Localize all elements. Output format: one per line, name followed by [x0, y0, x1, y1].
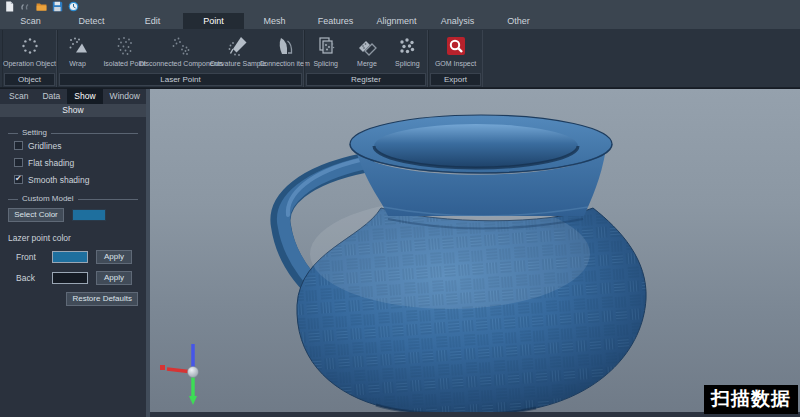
menu-item-mesh[interactable]: Mesh [244, 13, 305, 29]
isolated-point-icon [114, 33, 136, 59]
gridlines-checkbox-row[interactable]: Gridlines [14, 140, 138, 151]
main-area: Scan Data Show Window Show Setting Gridl… [0, 88, 800, 417]
pottery-scan-model [150, 89, 800, 417]
save-icon[interactable] [52, 1, 63, 12]
smooth-shading-checkbox[interactable] [14, 175, 23, 184]
menu-item-analysis[interactable]: Analysis [427, 13, 488, 29]
select-color-button[interactable]: Select Color [8, 208, 64, 222]
connection-item-button[interactable]: Connection item [266, 30, 303, 72]
toolbar-group-label: Register [306, 73, 426, 86]
lazer-point-color-label: Lazer point color [8, 233, 71, 243]
setting-group: Setting Gridlines Flat shading Smooth sh… [8, 133, 138, 185]
viewport-bottom-strip [150, 412, 800, 417]
gom-inspect-icon [445, 33, 467, 59]
pot-rim [350, 115, 612, 173]
splicing-button[interactable]: Splicing [305, 30, 346, 72]
scan-data-caption: 扫描数据 [704, 385, 798, 414]
menu-item-alignment[interactable]: Alignment [366, 13, 427, 29]
custom-model-group: Custom Model Select Color [8, 199, 138, 222]
menu-item-scan[interactable]: Scan [0, 13, 61, 29]
curvature-sample-icon [227, 33, 249, 59]
menu-item-detect[interactable]: Detect [61, 13, 122, 29]
menu-item-other[interactable]: Other [488, 13, 549, 29]
smooth-shading-checkbox-row[interactable]: Smooth shading [14, 174, 138, 185]
splicing-points-icon [396, 33, 418, 59]
ribbon-toolbar: Operation Object Object Wrap Isolated Po… [0, 29, 800, 88]
disconnected-components-button[interactable]: Disconnected Components [152, 30, 210, 72]
menu-item-features[interactable]: Features [305, 13, 366, 29]
wrap-button[interactable]: Wrap [58, 30, 97, 72]
scan-software-window: Scan Detect Edit Point Mesh Features Ali… [0, 0, 800, 417]
splicing-document-icon [315, 33, 337, 59]
toolbar-group-object: Operation Object Object [2, 30, 57, 87]
panel-header: Show [0, 104, 146, 117]
back-apply-button[interactable]: Apply [96, 271, 132, 285]
menu-item-point[interactable]: Point [183, 13, 244, 29]
disconnected-components-icon [170, 33, 192, 59]
tab-scan[interactable]: Scan [2, 89, 35, 104]
x-axis-label-mark [160, 365, 165, 370]
gom-inspect-button[interactable]: GOM Inspect [429, 30, 482, 72]
back-label: Back [16, 273, 52, 283]
gridlines-checkbox[interactable] [14, 141, 23, 150]
wrap-icon [67, 33, 89, 59]
tab-data[interactable]: Data [35, 89, 67, 104]
show-settings-panel: Setting Gridlines Flat shading Smooth sh… [0, 117, 146, 417]
pot-body [297, 199, 646, 414]
axis-gizmo [160, 344, 199, 405]
front-color-swatch[interactable] [52, 251, 88, 263]
toolbar-group-label: Object [4, 73, 55, 86]
merge-icon [356, 33, 378, 59]
curvature-sample-button[interactable]: Curvature Sample [210, 30, 266, 72]
sidebar-tabs: Scan Data Show Window [0, 89, 146, 104]
front-apply-button[interactable]: Apply [96, 250, 132, 264]
dotted-circle-icon [19, 33, 41, 59]
toolbar-group-laser-point: Wrap Isolated Point Disconnected Compone… [57, 30, 304, 87]
toolbar-empty-area [483, 30, 800, 87]
restore-defaults-button[interactable]: Restore Defaults [66, 292, 138, 306]
toolbar-group-label: Export [430, 73, 481, 86]
tab-show[interactable]: Show [67, 89, 102, 104]
menu-item-edit[interactable]: Edit [122, 13, 183, 29]
menubar: Scan Detect Edit Point Mesh Features Ali… [0, 13, 800, 29]
toolbar-group-register: Splicing Merge Splicing Register [304, 30, 428, 87]
merge-button[interactable]: Merge [346, 30, 387, 72]
sidebar-panel: Scan Data Show Window Show Setting Gridl… [0, 89, 146, 417]
splicing-points-button[interactable]: Splicing [388, 30, 427, 72]
toolbar-group-export: GOM Inspect Export [428, 30, 483, 87]
flat-shading-checkbox-row[interactable]: Flat shading [14, 157, 138, 168]
new-file-icon[interactable] [4, 1, 15, 12]
toolbar-group-label: Laser Point [59, 73, 302, 86]
undo-icon[interactable] [20, 1, 31, 12]
operation-object-button[interactable]: Operation Object [3, 30, 56, 72]
tab-window[interactable]: Window [103, 89, 147, 104]
connection-item-icon [274, 33, 296, 59]
open-folder-icon[interactable] [36, 1, 47, 12]
model-color-swatch[interactable] [72, 209, 106, 221]
titlebar [0, 0, 800, 13]
front-label: Front [16, 252, 52, 262]
viewport-3d[interactable]: 扫描数据 [150, 89, 800, 417]
back-color-swatch[interactable] [52, 272, 88, 284]
history-icon[interactable] [68, 1, 79, 12]
flat-shading-checkbox[interactable] [14, 158, 23, 167]
